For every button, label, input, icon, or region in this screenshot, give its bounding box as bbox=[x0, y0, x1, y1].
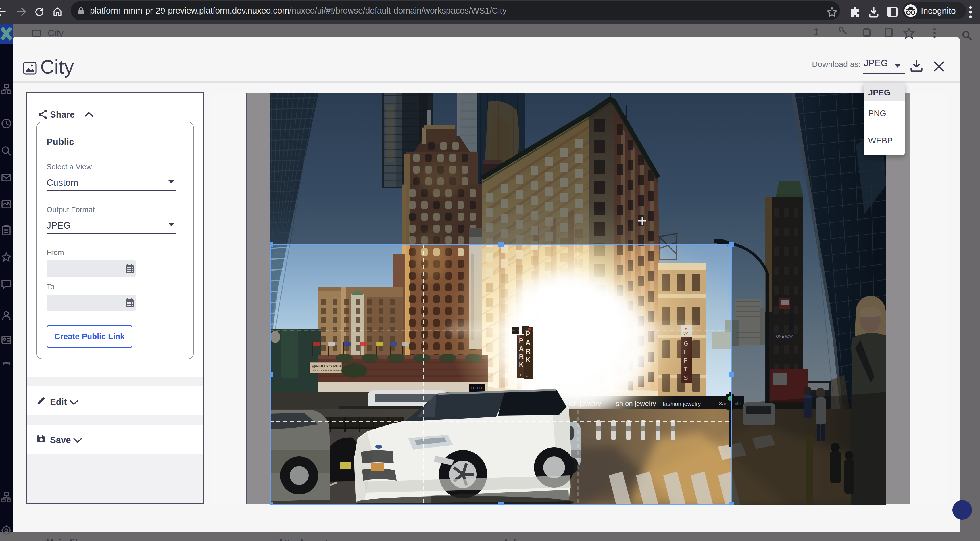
svg-text:P: P bbox=[526, 330, 530, 338]
svg-text:K: K bbox=[526, 356, 531, 364]
svg-text:K: K bbox=[519, 361, 523, 368]
svg-text:R: R bbox=[519, 353, 523, 360]
svg-text:↓: ↓ bbox=[525, 370, 529, 378]
svg-text:KILLED: KILLED bbox=[471, 386, 482, 390]
svg-text:ROOFTOP BAR + RESTAURANT: ROOFTOP BAR + RESTAURANT bbox=[313, 369, 343, 371]
svg-text:P: P bbox=[519, 337, 523, 344]
svg-text:@REILLY’S PUB: @REILLY’S PUB bbox=[312, 364, 341, 368]
svg-text:A: A bbox=[519, 345, 523, 352]
svg-text:A: A bbox=[526, 339, 531, 346]
svg-text:R: R bbox=[526, 347, 531, 355]
